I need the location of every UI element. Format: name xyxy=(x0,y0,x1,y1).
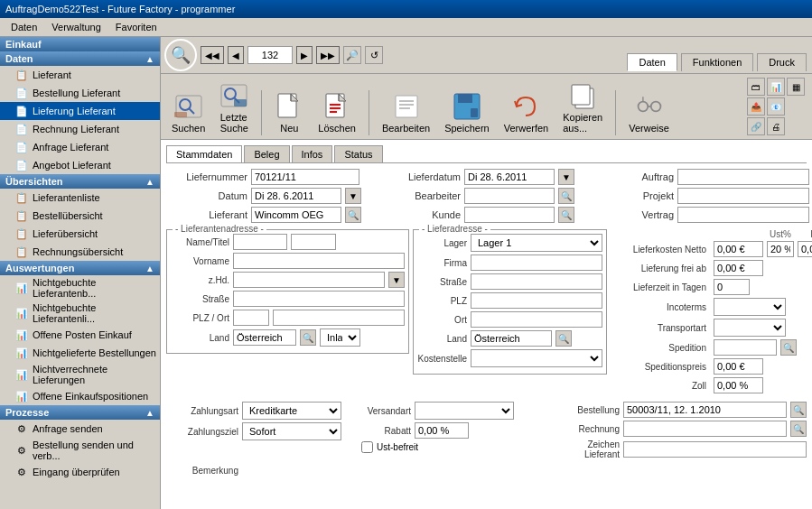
bestellung-search-button[interactable]: 🔍 xyxy=(790,402,807,418)
zHd-input[interactable] xyxy=(233,272,385,288)
sidebar-section-auswertungen[interactable]: Auswertungen ▲ xyxy=(0,261,160,275)
menu-favoriten[interactable]: Favoriten xyxy=(108,20,164,34)
sidebar-item-lieferant[interactable]: 📋 Lieferant xyxy=(0,66,160,84)
nav-last-button[interactable]: ▶▶ xyxy=(316,46,340,64)
record-number-input[interactable] xyxy=(247,46,293,64)
sidebar-item-lieferubersicht[interactable]: 📋 Lieferübersicht xyxy=(0,225,160,243)
datum-dropdown-button[interactable]: ▼ xyxy=(345,188,361,204)
tab-druck[interactable]: Druck xyxy=(757,53,807,71)
right-icon-2[interactable]: 📊 xyxy=(767,78,785,96)
sidebar-section-ubersichten[interactable]: Übersichten ▲ xyxy=(0,174,160,189)
lieferdatum-input[interactable] xyxy=(464,169,555,185)
lieferant-input[interactable] xyxy=(251,207,341,223)
sidebar-item-bestellubersicht[interactable]: 📋 Bestellübersicht xyxy=(0,207,160,225)
right-icon-5[interactable]: 📧 xyxy=(767,97,785,116)
lieferung-frei-input[interactable] xyxy=(714,260,763,276)
menu-verwaltung[interactable]: Verwaltung xyxy=(44,20,107,34)
bearbeiter-search-button[interactable]: 🔍 xyxy=(558,188,574,204)
versandart-select[interactable] xyxy=(415,402,514,420)
zahlungsart-select[interactable]: Kreditkarte xyxy=(242,402,341,420)
kostenstelle-select[interactable] xyxy=(471,349,602,367)
sidebar-item-bestellung-lieferant[interactable]: 📄 Bestellung Lieferant xyxy=(0,84,160,102)
neu-button[interactable]: Neu xyxy=(271,90,307,135)
bearbeiten-button[interactable]: Bearbeiten xyxy=(378,90,434,135)
inland-select[interactable]: Inland xyxy=(320,329,360,347)
subtab-stammdaten[interactable]: Stammdaten xyxy=(166,145,242,162)
sidebar-section-prozesse[interactable]: Prozesse ▲ xyxy=(0,405,160,420)
land-lieferant-search-button[interactable]: 🔍 xyxy=(300,329,316,346)
right-icon-6[interactable]: 🔗 xyxy=(747,117,765,135)
zeichen-lieferant-input[interactable] xyxy=(623,441,807,458)
nav-prev-button[interactable]: ◀ xyxy=(228,46,244,64)
nav-search-icon[interactable]: 🔎 xyxy=(343,46,361,64)
tab-daten[interactable]: Daten xyxy=(627,53,677,71)
ust-percent-input[interactable] xyxy=(767,241,794,257)
sidebar-item-rechnung-lieferant[interactable]: 📄 Rechnung Lieferant xyxy=(0,120,160,138)
auftrag-input[interactable] xyxy=(677,169,809,185)
ort-lieferant-input[interactable] xyxy=(273,310,405,326)
right-icon-3[interactable]: ▦ xyxy=(787,78,805,96)
vertrag-input[interactable] xyxy=(677,207,809,223)
datum-input[interactable] xyxy=(251,188,341,204)
sidebar-item-lieferantenliste[interactable]: 📋 Lieferantenliste xyxy=(0,189,160,207)
loschen-button[interactable]: Löschen xyxy=(314,90,359,135)
rechnung-search-button[interactable]: 🔍 xyxy=(790,421,807,437)
subtab-infos[interactable]: Infos xyxy=(292,145,333,162)
kunde-search-button[interactable]: 🔍 xyxy=(558,207,574,223)
subtab-beleg[interactable]: Beleg xyxy=(244,145,289,162)
sidebar-section-einkauf[interactable]: Einkauf xyxy=(0,37,160,51)
land-liefer-search-button[interactable]: 🔍 xyxy=(555,330,572,347)
transportart-select[interactable] xyxy=(714,319,786,337)
rechnung-input[interactable] xyxy=(623,421,787,437)
lieferant-search-button[interactable]: 🔍 xyxy=(345,207,361,223)
nav-first-button[interactable]: ◀◀ xyxy=(201,46,224,64)
brutto-input[interactable] xyxy=(798,241,812,257)
lieferzeit-input[interactable] xyxy=(714,279,750,295)
lager-select[interactable]: Lager 1 xyxy=(471,234,602,252)
sidebar-item-offene-posten[interactable]: 📊 Offene Posten Einkauf xyxy=(0,326,160,344)
menu-daten[interactable]: Daten xyxy=(4,20,44,34)
ust-befreit-checkbox[interactable] xyxy=(361,441,373,453)
zoll-input[interactable] xyxy=(714,377,763,393)
tab-funktionen[interactable]: Funktionen xyxy=(681,53,753,71)
bestellung-input[interactable] xyxy=(623,402,787,418)
sidebar-item-offene-einkauf[interactable]: 📊 Offene Einkaufspositionen xyxy=(0,387,160,405)
sidebar-item-anfrage-senden[interactable]: ⚙ Anfrage senden xyxy=(0,420,160,438)
vorname-input[interactable] xyxy=(233,253,405,269)
sidebar-item-angebot-lieferant[interactable]: 📄 Angebot Lieferant xyxy=(0,156,160,174)
rabatt-input[interactable] xyxy=(415,422,469,439)
liefernummer-input[interactable] xyxy=(251,169,359,185)
sidebar-item-anfrage-lieferant[interactable]: 📄 Anfrage Lieferant xyxy=(0,138,160,156)
right-icon-1[interactable]: 🗃 xyxy=(747,78,765,96)
land-liefer-input[interactable] xyxy=(471,330,552,347)
sidebar-item-lieferung-lieferant[interactable]: 📄 Lieferung Lieferant xyxy=(0,102,160,120)
subtab-status[interactable]: Status xyxy=(334,145,382,162)
lieferdatum-dropdown-button[interactable]: ▼ xyxy=(558,169,574,185)
sidebar-item-rechnungsubersicht[interactable]: 📋 Rechnungsübersicht xyxy=(0,243,160,261)
nav-next-button[interactable]: ▶ xyxy=(296,46,313,64)
sidebar-item-nichtgelieferte[interactable]: 📊 Nichtgelieferte Bestellungen xyxy=(0,344,160,362)
projekt-input[interactable] xyxy=(677,188,809,204)
suchen-button[interactable]: Suchen xyxy=(168,90,209,135)
zHd-dropdown-button[interactable]: ▼ xyxy=(388,272,405,288)
right-icon-7[interactable]: 🖨 xyxy=(767,117,785,135)
verweise-button[interactable]: Verweise xyxy=(625,90,673,135)
lieferkosten-input[interactable] xyxy=(714,241,763,257)
sidebar-item-nichtgebuchte1[interactable]: 📊 Nichtgebuchte Lieferantenb... xyxy=(0,275,160,301)
nameTitel-input1[interactable] xyxy=(233,234,287,250)
sidebar-item-nichtgebuchte2[interactable]: 📊 Nichtgebuchte Lieferantenli... xyxy=(0,301,160,326)
firma-input[interactable] xyxy=(471,255,602,271)
kopieren-button[interactable]: Kopierenaus... xyxy=(559,79,606,135)
kunde-input[interactable] xyxy=(464,207,555,223)
strasse-liefer-input[interactable] xyxy=(471,273,602,290)
land-lieferant-input[interactable] xyxy=(233,329,296,346)
sidebar-item-nichtverrechnete[interactable]: 📊 Nichtverrechnete Lieferungen xyxy=(0,362,160,387)
spedition-input[interactable] xyxy=(714,339,777,356)
ort-liefer-input[interactable] xyxy=(471,311,602,328)
verwerfen-button[interactable]: Verwerfen xyxy=(500,90,553,135)
bearbeiter-input[interactable] xyxy=(464,188,555,204)
incoterms-select[interactable] xyxy=(714,298,786,316)
right-icon-4[interactable]: 📤 xyxy=(747,97,765,116)
zahlungsziel-select[interactable]: Sofort xyxy=(242,422,341,440)
nameTitel-input2[interactable] xyxy=(291,234,336,250)
